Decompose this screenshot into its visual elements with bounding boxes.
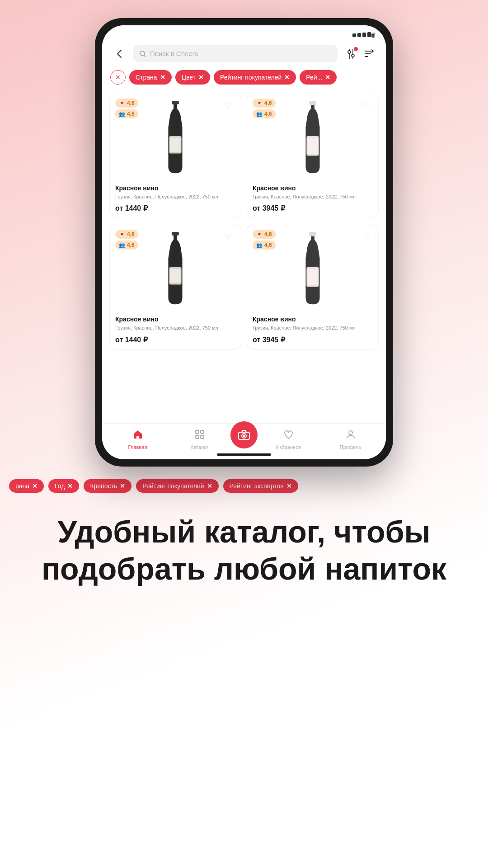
product-name-3: Красное вино [115, 316, 235, 323]
product-card-3[interactable]: 🍷 4,6 👥 4,6 ♡ [109, 224, 241, 349]
rating2-chip-remove[interactable]: ✕ [325, 74, 330, 80]
svg-rect-3 [367, 32, 371, 37]
favorite-button-2[interactable]: ♡ [358, 99, 373, 113]
heart-icon [283, 429, 294, 443]
country-chip[interactable]: Страна ✕ [129, 70, 172, 85]
badge-wrap-3: 🍷 4,6 👥 4,6 [115, 230, 138, 250]
search-input[interactable]: Поиск в Cheers [133, 45, 338, 62]
badge-wrap-2: 🍷 4,6 👥 4,6 [253, 99, 276, 118]
bottom-chip-buyer-rating-remove[interactable]: ✕ [207, 483, 212, 489]
product-name-1: Красное вино [115, 184, 235, 192]
svg-rect-2 [362, 33, 366, 37]
svg-rect-30 [196, 435, 199, 439]
svg-point-8 [352, 54, 354, 57]
svg-rect-27 [307, 269, 318, 285]
bottom-chip-buyer-rating[interactable]: Рейтинг покупателей ✕ [136, 479, 218, 493]
product-image-3: 🍷 4,6 👥 4,6 ♡ [115, 230, 235, 311]
color-chip[interactable]: Цвет ✕ [175, 70, 210, 85]
svg-point-34 [243, 434, 245, 437]
headline-section: Удобный каталог, чтобы подобрать любой н… [0, 500, 488, 614]
svg-rect-21 [307, 138, 318, 154]
product-image-4: 🍷 4,6 👥 4,6 ♡ [253, 230, 373, 311]
svg-rect-22 [172, 232, 179, 236]
product-image-2: 🍷 4,6 👥 4,6 ♡ [253, 99, 373, 180]
buyer-badge-1: 👥 4,6 [115, 109, 138, 118]
buyer-badge-4: 👥 4,6 [253, 241, 276, 250]
badge-wrap-1: 🍷 4,6 👥 4,6 [115, 99, 138, 118]
svg-rect-29 [201, 430, 204, 434]
bottom-chip-year[interactable]: Год ✕ [48, 479, 79, 493]
home-icon [132, 429, 143, 443]
country-chip-remove[interactable]: ✕ [160, 74, 165, 80]
svg-point-5 [372, 34, 375, 37]
nav-home[interactable]: Главная [107, 429, 169, 450]
bottom-chip-strength-remove[interactable]: ✕ [120, 483, 125, 489]
phone-screen: Поиск в Cheers [102, 25, 386, 459]
filter-chips-row: ✕ Страна ✕ Цвет ✕ Рейтинг покупателей ✕ … [102, 67, 386, 89]
clear-icon: ✕ [115, 74, 121, 81]
product-grid: 🍷 4,6 👥 4,6 ♡ [102, 89, 386, 354]
product-price-1: от 1440 ₽ [115, 204, 235, 212]
product-desc-3: Грузия, Красное, Полусладкое, 2022, 750 … [115, 325, 235, 331]
nav-catalog-label: Каталог [191, 444, 209, 450]
sort-button[interactable] [361, 46, 377, 61]
buyer-rating-chip-remove[interactable]: ✕ [284, 74, 290, 80]
product-card-1[interactable]: 🍷 4,6 👥 4,6 ♡ [109, 93, 241, 218]
expert-badge-3: 🍷 4,6 [115, 230, 138, 239]
clear-chip[interactable]: ✕ [110, 70, 126, 85]
svg-point-35 [349, 431, 352, 434]
nav-favorites[interactable]: Избранное [258, 429, 319, 450]
headline-text: Удобный каталог, чтобы подобрать любой н… [36, 514, 452, 587]
notification-dot [354, 47, 358, 51]
svg-rect-31 [201, 435, 204, 439]
bottom-chip-expert-rating-remove[interactable]: ✕ [286, 483, 292, 489]
product-desc-2: Грузия, Красное, Полусладкое, 2022, 750 … [253, 193, 373, 200]
search-bar: Поиск в Cheers [102, 45, 386, 67]
buyer-badge-3: 👥 4,6 [115, 241, 138, 250]
bottom-chip-country-remove[interactable]: ✕ [32, 483, 38, 489]
expert-badge-2: 🍷 4,6 [253, 99, 276, 108]
product-price-3: от 1440 ₽ [115, 335, 235, 344]
nav-profile[interactable]: Профиль [319, 429, 381, 450]
bottom-filter-row: рана ✕ Год ✕ Крепость ✕ Рейтинг покупате… [0, 467, 488, 500]
expert-badge-1: 🍷 4,6 [115, 99, 138, 108]
bottom-chip-country[interactable]: рана ✕ [9, 479, 44, 493]
back-button[interactable] [111, 46, 127, 62]
buyer-badge-2: 👥 4,6 [253, 109, 276, 118]
svg-rect-0 [352, 33, 356, 37]
bottom-chip-expert-rating[interactable]: Рейтинг экспертов ✕ [223, 479, 298, 493]
svg-rect-19 [309, 101, 316, 105]
catalog-icon [194, 429, 205, 443]
search-placeholder: Поиск в Cheers [150, 50, 198, 57]
product-price-2: от 3945 ₽ [253, 204, 373, 212]
svg-point-7 [348, 51, 351, 53]
bottom-chip-strength[interactable]: Крепость ✕ [84, 479, 131, 493]
product-card-2[interactable]: 🍷 4,6 👥 4,6 ♡ [247, 93, 379, 218]
product-price-4: от 3945 ₽ [253, 335, 373, 344]
favorite-button-4[interactable]: ♡ [358, 230, 373, 244]
expert-badge-4: 🍷 4,6 [253, 230, 276, 239]
svg-rect-24 [170, 269, 180, 283]
badge-wrap-4: 🍷 4,6 👥 4,6 [253, 230, 276, 250]
profile-icon [345, 429, 356, 443]
nav-profile-label: Профиль [340, 444, 361, 450]
svg-rect-28 [196, 430, 199, 434]
filter-icons [343, 46, 377, 61]
filter-button[interactable] [343, 46, 359, 61]
favorite-button-3[interactable]: ♡ [221, 230, 235, 244]
nav-catalog[interactable]: Каталог [169, 429, 230, 450]
nav-favorites-label: Избранное [276, 444, 301, 450]
home-indicator [217, 453, 271, 456]
svg-rect-18 [170, 138, 180, 152]
status-bar [102, 25, 386, 45]
product-image-1: 🍷 4,6 👥 4,6 ♡ [115, 99, 235, 180]
product-card-4[interactable]: 🍷 4,6 👥 4,6 ♡ [247, 224, 379, 349]
nav-camera-button[interactable] [230, 421, 258, 448]
svg-rect-25 [309, 232, 316, 236]
rating2-chip[interactable]: Рей... ✕ [300, 70, 337, 85]
product-desc-4: Грузия, Красное, Полусладкое, 2022, 750 … [253, 325, 373, 331]
favorite-button-1[interactable]: ♡ [221, 99, 235, 113]
bottom-chip-year-remove[interactable]: ✕ [67, 483, 73, 489]
buyer-rating-chip[interactable]: Рейтинг покупателей ✕ [214, 70, 296, 85]
color-chip-remove[interactable]: ✕ [198, 74, 204, 80]
